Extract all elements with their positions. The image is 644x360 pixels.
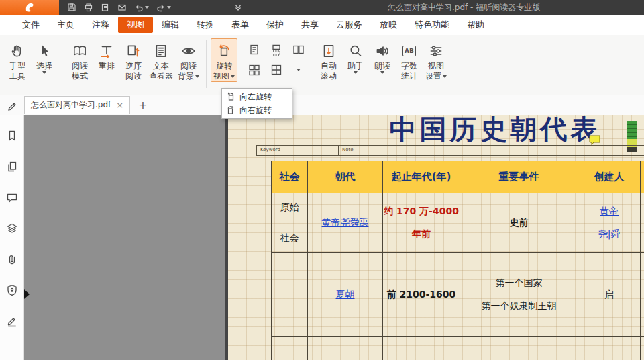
security-icon[interactable] bbox=[5, 283, 19, 298]
sliders-icon bbox=[428, 41, 444, 61]
tab-close-icon[interactable]: × bbox=[116, 101, 123, 109]
menu-share[interactable]: 共享 bbox=[292, 15, 327, 35]
text-viewer-button[interactable]: 文本 查看器 bbox=[147, 38, 175, 82]
comment-icon[interactable] bbox=[5, 190, 19, 205]
speaker-icon bbox=[374, 41, 390, 61]
menu-cloud[interactable]: 云服务 bbox=[327, 15, 371, 35]
quick-access-toolbar bbox=[67, 3, 243, 12]
founder-link[interactable]: 尧|舜 bbox=[578, 228, 640, 240]
dynasty-table: 社会 朝代 起止年代(年) 重要事件 创建人 原始 社会 bbox=[271, 161, 644, 360]
bookmark-icon[interactable] bbox=[5, 128, 19, 143]
menu-comment[interactable]: 注释 bbox=[83, 15, 118, 35]
pdf-page: 中国历史朝代表 Keyword Note 社会 bbox=[225, 115, 644, 360]
auto-scroll-icon bbox=[321, 41, 337, 61]
ribbon-divider bbox=[206, 40, 207, 88]
mail-icon[interactable] bbox=[117, 3, 127, 12]
rotate-view-button[interactable]: 旋转 视图 bbox=[211, 38, 237, 82]
dynasty-link[interactable]: 黄帝尧舜禹 bbox=[322, 217, 369, 228]
reflow-button[interactable]: 重排 bbox=[93, 38, 120, 82]
ribbon-divider bbox=[62, 40, 62, 88]
undo-icon[interactable] bbox=[134, 3, 149, 12]
save-icon[interactable] bbox=[67, 3, 76, 12]
pages-icon[interactable] bbox=[5, 159, 19, 174]
menu-convert[interactable]: 转换 bbox=[188, 15, 223, 35]
founder-link[interactable]: 黄帝 bbox=[578, 206, 640, 218]
word-count-icon: AB bbox=[402, 41, 416, 61]
menu-view[interactable]: 视图 bbox=[118, 17, 153, 33]
pencil-icon[interactable] bbox=[7, 100, 17, 111]
menu-edit[interactable]: 编辑 bbox=[153, 15, 188, 35]
reflow-icon bbox=[99, 41, 115, 61]
read-mode-button[interactable]: 阅读 模式 bbox=[66, 38, 93, 82]
book-icon bbox=[72, 41, 88, 61]
undo-dropdown-caret[interactable] bbox=[145, 6, 149, 9]
note-label: Note bbox=[339, 146, 354, 155]
rotate-view-icon bbox=[216, 41, 232, 61]
single-page-icon[interactable] bbox=[246, 42, 262, 58]
read-aloud-button[interactable]: 朗读 bbox=[369, 38, 396, 75]
panel-expand-arrow-icon[interactable] bbox=[24, 289, 30, 299]
select-dropdown-caret bbox=[42, 71, 46, 74]
text-document-icon bbox=[153, 41, 169, 61]
rotate-dropdown-caret bbox=[231, 75, 235, 78]
continuous-page-icon[interactable] bbox=[268, 42, 284, 58]
reading-background-button[interactable]: 阅读 背景 bbox=[175, 38, 202, 82]
header-dynasty: 朝代 bbox=[308, 161, 383, 193]
redo-icon[interactable] bbox=[156, 3, 171, 12]
word-count-button[interactable]: AB 字数 统计 bbox=[396, 38, 423, 82]
layers-icon[interactable] bbox=[5, 221, 19, 236]
eye-icon bbox=[180, 41, 197, 61]
select-tool-button[interactable]: 选择 bbox=[31, 38, 58, 75]
select-cursor-icon bbox=[36, 41, 52, 61]
rotate-right-menu-item[interactable]: 向右旋转 bbox=[222, 103, 292, 117]
fox-icon bbox=[24, 2, 35, 13]
menu-features[interactable]: 特色功能 bbox=[406, 15, 458, 35]
reverse-order-icon bbox=[125, 41, 142, 61]
reverse-reading-button[interactable]: 逆序 阅读 bbox=[120, 38, 147, 82]
table-row: 夏朝 前 2100-1600 第一个国家 第一个奴隶制王朝 启 bbox=[272, 253, 644, 337]
foxit-reader-window: 怎么面对高中学习.pdf - 福昕阅读器专业版 文件 主页 注释 视图 编辑 转… bbox=[0, 0, 644, 360]
assistant-dropdown-caret bbox=[354, 71, 358, 74]
menu-file[interactable]: 文件 bbox=[13, 15, 48, 35]
menu-protect[interactable]: 保护 bbox=[258, 15, 292, 35]
more-chevron-icon[interactable] bbox=[233, 3, 243, 12]
main-area: 中国历史朝代表 Keyword Note 社会 bbox=[0, 115, 644, 360]
readbg-dropdown-caret bbox=[195, 75, 199, 78]
active-document-tab[interactable]: 怎么面对高中学习.pdf × bbox=[24, 96, 130, 114]
rotate-view-menu: 向左旋转 向右旋转 bbox=[221, 88, 292, 119]
signature-icon[interactable] bbox=[5, 314, 19, 328]
menu-present[interactable]: 放映 bbox=[371, 15, 406, 35]
split-view-icon[interactable] bbox=[268, 62, 284, 78]
table-header-row: 社会 朝代 起止年代(年) 重要事件 创建人 bbox=[272, 161, 644, 193]
dynasty-link[interactable]: 夏朝 bbox=[336, 289, 355, 300]
menu-home[interactable]: 主页 bbox=[48, 15, 83, 35]
readaloud-dropdown-caret bbox=[380, 71, 384, 74]
export-icon[interactable] bbox=[101, 3, 110, 12]
keyword-label: Keyword bbox=[257, 146, 339, 155]
window-title: 怎么面对高中学习.pdf - 福昕阅读器专业版 bbox=[388, 0, 540, 15]
facing-continuous-icon[interactable] bbox=[246, 62, 262, 78]
new-tab-button[interactable]: + bbox=[138, 100, 147, 111]
view-settings-button[interactable]: 视图 设置 bbox=[423, 38, 449, 82]
header-society: 社会 bbox=[272, 161, 308, 193]
magnifier-icon bbox=[347, 41, 364, 61]
facing-pages-icon[interactable] bbox=[290, 42, 307, 58]
attachment-icon[interactable] bbox=[5, 252, 19, 267]
ribbon-divider bbox=[241, 40, 242, 88]
rotate-left-menu-item[interactable]: 向左旋转 bbox=[222, 90, 292, 103]
layout-more-button[interactable] bbox=[290, 62, 307, 78]
auto-scroll-button[interactable]: 自动 滚动 bbox=[315, 38, 342, 82]
menu-form[interactable]: 表单 bbox=[223, 15, 258, 35]
hand-tool-button[interactable]: 手型 工具 bbox=[4, 38, 31, 82]
document-viewport[interactable]: 中国历史朝代表 Keyword Note 社会 bbox=[24, 115, 644, 360]
print-icon[interactable] bbox=[84, 3, 93, 12]
menubar: 文件 主页 注释 视图 编辑 转换 表单 保护 共享 云服务 放映 特色功能 帮… bbox=[0, 15, 644, 35]
navigation-sidebar bbox=[0, 115, 24, 360]
redo-dropdown-caret[interactable] bbox=[167, 6, 171, 9]
ribbon-divider bbox=[311, 40, 311, 88]
foxit-logo[interactable] bbox=[0, 0, 59, 15]
header-period: 起止年代(年) bbox=[383, 161, 460, 193]
assistant-button[interactable]: 助手 bbox=[342, 38, 369, 75]
titlebar: 怎么面对高中学习.pdf - 福昕阅读器专业版 bbox=[0, 0, 644, 15]
menu-help[interactable]: 帮助 bbox=[458, 15, 493, 35]
